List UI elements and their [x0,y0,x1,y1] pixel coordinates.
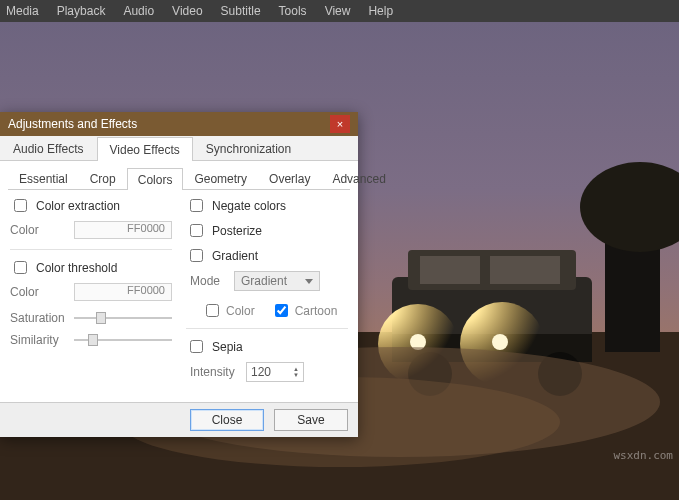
main-tabs: Audio Effects Video Effects Synchronizat… [0,136,358,161]
menu-view[interactable]: View [325,4,351,18]
sub-tabs: Essential Crop Colors Geometry Overlay A… [8,167,350,190]
caret-down-icon[interactable]: ▼ [293,372,299,378]
tab-colors[interactable]: Colors [127,168,184,190]
tab-essential[interactable]: Essential [8,167,79,189]
color-extraction-checkbox[interactable] [14,199,27,212]
saturation-slider[interactable] [74,311,172,325]
menu-video[interactable]: Video [172,4,202,18]
tab-overlay[interactable]: Overlay [258,167,321,189]
saturation-label: Saturation [10,311,66,325]
threshold-color-input[interactable]: FF0000 [74,283,172,301]
menu-subtitle[interactable]: Subtitle [221,4,261,18]
negate-colors-label: Negate colors [212,199,286,213]
menu-playback[interactable]: Playback [57,4,106,18]
tab-advanced[interactable]: Advanced [321,167,396,189]
tab-crop[interactable]: Crop [79,167,127,189]
tab-audio-effects[interactable]: Audio Effects [0,136,97,160]
intensity-value: 120 [251,365,271,379]
intensity-spinner[interactable]: 120 ▲▼ [246,362,304,382]
tab-geometry[interactable]: Geometry [183,167,258,189]
gradient-checkbox[interactable] [190,249,203,262]
effects-dialog: Adjustments and Effects × Audio Effects … [0,112,358,437]
extraction-color-input[interactable]: FF0000 [74,221,172,239]
chevron-down-icon [305,279,313,284]
gradient-mode-select[interactable]: Gradient [234,271,320,291]
similarity-slider[interactable] [74,333,172,347]
svg-point-15 [492,334,508,350]
menu-tools[interactable]: Tools [279,4,307,18]
color-threshold-label: Color threshold [36,261,117,275]
sepia-label: Sepia [212,340,243,354]
svg-rect-8 [490,256,560,284]
posterize-checkbox[interactable] [190,224,203,237]
gradient-color-checkbox[interactable] [206,304,219,317]
menu-help[interactable]: Help [368,4,393,18]
gradient-cartoon-opt: Cartoon [295,304,338,318]
extraction-color-label: Color [10,223,66,237]
menu-audio[interactable]: Audio [123,4,154,18]
menu-media[interactable]: Media [6,4,39,18]
watermark-text: wsxdn.com [613,449,673,462]
dialog-titlebar[interactable]: Adjustments and Effects × [0,112,358,136]
similarity-label: Similarity [10,333,66,347]
gradient-color-opt: Color [226,304,255,318]
save-button[interactable]: Save [274,409,348,431]
gradient-cartoon-checkbox[interactable] [275,304,288,317]
app-menubar[interactable]: Media Playback Audio Video Subtitle Tool… [0,0,679,22]
threshold-color-label: Color [10,285,66,299]
tab-synchronization[interactable]: Synchronization [193,136,304,160]
gradient-label: Gradient [212,249,258,263]
dialog-title: Adjustments and Effects [8,117,137,131]
close-button[interactable]: Close [190,409,264,431]
negate-colors-checkbox[interactable] [190,199,203,212]
dialog-footer: Close Save [0,402,358,437]
posterize-label: Posterize [212,224,262,238]
svg-rect-7 [420,256,480,284]
gradient-mode-value: Gradient [241,274,287,288]
sepia-checkbox[interactable] [190,340,203,353]
intensity-label: Intensity [190,365,238,379]
gradient-mode-label: Mode [190,274,226,288]
tab-video-effects[interactable]: Video Effects [97,137,193,161]
color-extraction-label: Color extraction [36,199,120,213]
color-threshold-checkbox[interactable] [14,261,27,274]
close-icon[interactable]: × [330,115,350,133]
